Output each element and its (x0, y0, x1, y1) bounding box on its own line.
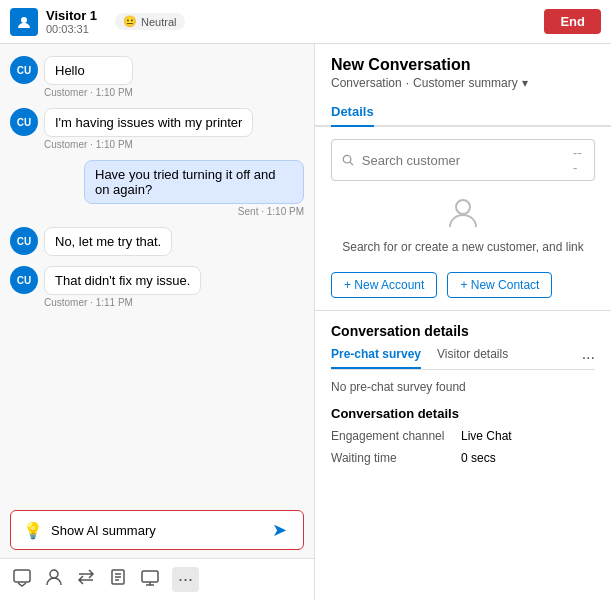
end-button[interactable]: End (544, 9, 601, 34)
conversation-details-section: Conversation details Pre-chat survey Vis… (315, 311, 611, 485)
header-left: Visitor 1 00:03:31 😐 Neutral (10, 8, 544, 36)
person-icon (445, 193, 481, 236)
svg-point-1 (21, 17, 27, 23)
conversation-nav[interactable]: Conversation · Customer summary ▾ (331, 76, 595, 90)
more-icon[interactable]: ··· (172, 567, 199, 592)
msg-content: I'm having issues with my printer Custom… (44, 108, 253, 150)
send-button[interactable]: ➤ (272, 519, 287, 541)
nav-separator: · (406, 76, 409, 90)
table-row: CU No, let me try that. (10, 227, 304, 256)
conv-detail-section-title: Conversation details (331, 406, 595, 421)
tab-visitor-details[interactable]: Visitor details (437, 347, 508, 369)
avatar: CU (10, 227, 38, 255)
new-contact-button[interactable]: + New Contact (447, 272, 552, 298)
customer-placeholder-text: Search for or create a new customer, and… (342, 240, 583, 254)
search-dashes: --- (573, 145, 584, 175)
main-layout: CU Hello Customer · 1:10 PM CU I'm havin… (0, 44, 611, 600)
svg-rect-2 (14, 570, 30, 582)
waiting-label: Waiting time (331, 451, 461, 465)
message-bubble: No, let me try that. (44, 227, 172, 256)
chat-toolbar: ··· (0, 558, 314, 600)
msg-content: No, let me try that. (44, 227, 172, 256)
message-bubble: I'm having issues with my printer (44, 108, 253, 137)
engagement-label: Engagement channel (331, 429, 461, 443)
right-panel: New Conversation Conversation · Customer… (315, 44, 611, 600)
msg-meta: Customer · 1:10 PM (44, 87, 133, 98)
svg-point-13 (456, 200, 470, 214)
msg-meta: Customer · 1:11 PM (44, 297, 201, 308)
new-account-button[interactable]: + New Account (331, 272, 437, 298)
user-icon[interactable] (44, 567, 64, 592)
more-tabs-icon[interactable]: ··· (582, 349, 595, 367)
table-row: CU Hello Customer · 1:10 PM (10, 56, 304, 98)
visitor-name: Visitor 1 (46, 8, 97, 23)
conversation-details-title: Conversation details (331, 323, 595, 339)
msg-content: Have you tried turning it off and on aga… (84, 160, 304, 217)
conversation-header: New Conversation Conversation · Customer… (315, 44, 611, 90)
chat-icon[interactable] (12, 567, 32, 592)
message-bubble: Hello (44, 56, 133, 85)
details-section: --- Search for or create a new customer,… (315, 127, 611, 311)
ai-summary-label: Show AI summary (51, 523, 264, 538)
nav-conversation: Conversation (331, 76, 402, 90)
msg-content: That didn't fix my issue. Customer · 1:1… (44, 266, 201, 308)
search-customer-field[interactable]: --- (331, 139, 595, 181)
svg-line-12 (350, 162, 353, 165)
svg-point-3 (50, 570, 58, 578)
neutral-icon: 😐 (123, 15, 137, 28)
chat-messages: CU Hello Customer · 1:10 PM CU I'm havin… (0, 44, 314, 502)
sentiment-badge: 😐 Neutral (115, 13, 184, 30)
ai-summary-bar[interactable]: 💡 Show AI summary ➤ (10, 510, 304, 550)
engagement-value: Live Chat (461, 429, 512, 443)
chevron-down-icon: ▾ (522, 76, 528, 90)
notes-icon[interactable] (108, 567, 128, 592)
msg-meta: Sent · 1:10 PM (84, 206, 304, 217)
conversation-title: New Conversation (331, 56, 595, 74)
message-bubble: That didn't fix my issue. (44, 266, 201, 295)
table-row: CU I'm having issues with my printer Cus… (10, 108, 304, 150)
svg-point-11 (343, 155, 351, 163)
visitor-time: 00:03:31 (46, 23, 97, 35)
sentiment-label: Neutral (141, 16, 176, 28)
transfer-icon[interactable] (76, 567, 96, 592)
tab-bar: Details (315, 98, 611, 127)
nav-customer-summary: Customer summary (413, 76, 518, 90)
msg-meta: Customer · 1:10 PM (44, 139, 253, 150)
conversation-detail-tabs: Pre-chat survey Visitor details ··· (331, 347, 595, 370)
avatar: CU (10, 56, 38, 84)
message-bubble-sent: Have you tried turning it off and on aga… (84, 160, 304, 204)
detail-row-waiting: Waiting time 0 secs (331, 451, 595, 465)
msg-content: Hello Customer · 1:10 PM (44, 56, 133, 98)
search-icon (342, 153, 354, 167)
customer-placeholder: Search for or create a new customer, and… (331, 181, 595, 262)
tab-pre-chat-survey[interactable]: Pre-chat survey (331, 347, 421, 369)
chat-panel: CU Hello Customer · 1:10 PM CU I'm havin… (0, 44, 315, 600)
detail-row-engagement: Engagement channel Live Chat (331, 429, 595, 443)
table-row: Have you tried turning it off and on aga… (10, 160, 304, 217)
search-customer-input[interactable] (362, 153, 565, 168)
screen-icon[interactable] (140, 567, 160, 592)
svg-rect-8 (142, 571, 158, 582)
waiting-value: 0 secs (461, 451, 496, 465)
no-survey-text: No pre-chat survey found (331, 380, 595, 394)
header: Visitor 1 00:03:31 😐 Neutral End (0, 0, 611, 44)
new-buttons: + New Account + New Contact (331, 272, 595, 298)
visitor-info: Visitor 1 00:03:31 (46, 8, 97, 35)
avatar: CU (10, 266, 38, 294)
bulb-icon: 💡 (23, 521, 43, 540)
tab-details[interactable]: Details (331, 98, 374, 127)
visitor-icon (10, 8, 38, 36)
avatar: CU (10, 108, 38, 136)
table-row: CU That didn't fix my issue. Customer · … (10, 266, 304, 308)
